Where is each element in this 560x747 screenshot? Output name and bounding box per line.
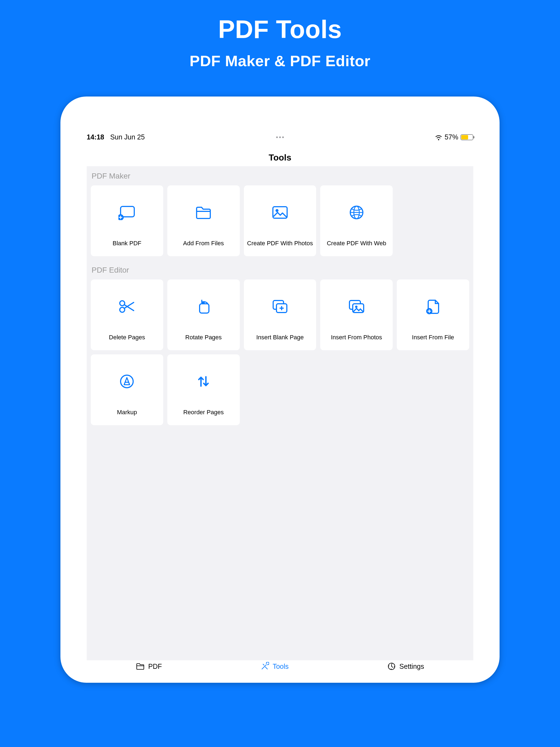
marketing-title: PDF Tools [218, 15, 342, 44]
reorder-icon [196, 354, 211, 409]
tab-bar: PDF Tools Settings [87, 666, 473, 683]
tile-create-with-web[interactable]: Create PDF With Web [320, 185, 393, 256]
tile-markup[interactable]: Markup [91, 354, 163, 425]
maker-grid: Blank PDF Add From Files [87, 185, 473, 260]
svg-point-17 [355, 306, 357, 308]
tile-label: Rotate Pages [185, 334, 222, 350]
tile-label: Add From Files [183, 239, 224, 256]
tile-blank-pdf[interactable]: Blank PDF [91, 185, 163, 256]
status-right: 57% [435, 133, 473, 141]
blank-pdf-icon [119, 185, 135, 239]
tools-icon [260, 662, 269, 671]
status-left: 14:18 Sun Jun 25 [87, 133, 145, 141]
device-frame: 14:18 Sun Jun 25 57% Tools PDF Maker [60, 97, 500, 683]
insert-photos-icon [348, 279, 365, 334]
tile-label: Insert Blank Page [256, 334, 304, 350]
folder-icon [196, 185, 211, 239]
tile-reorder-pages[interactable]: Reorder Pages [167, 354, 240, 425]
tab-label: Tools [273, 663, 288, 670]
status-date: Sun Jun 25 [110, 133, 145, 141]
tile-label: Create PDF With Photos [247, 239, 313, 256]
tab-pdf[interactable]: PDF [136, 662, 162, 671]
editor-grid: Delete Pages Rotate Pages [87, 279, 473, 429]
wifi-icon [435, 134, 442, 140]
svg-rect-12 [200, 304, 209, 313]
tile-add-from-files[interactable]: Add From Files [167, 185, 240, 256]
tab-label: Settings [400, 663, 424, 670]
multitask-dots-icon[interactable] [276, 136, 284, 138]
tile-label: Insert From File [412, 334, 454, 350]
tile-rotate-pages[interactable]: Rotate Pages [167, 279, 240, 350]
tile-label: Insert From Photos [331, 334, 382, 350]
rotate-icon [196, 279, 211, 334]
tile-label: Create PDF With Web [327, 239, 386, 256]
tile-label: Blank PDF [113, 239, 142, 256]
svg-point-4 [276, 209, 278, 212]
status-time: 14:18 [87, 133, 104, 141]
gear-icon [387, 662, 396, 671]
section-header-maker: PDF Maker [87, 166, 473, 185]
tab-settings[interactable]: Settings [387, 662, 424, 671]
photo-icon [272, 185, 288, 239]
tab-tools[interactable]: Tools [260, 662, 288, 671]
tile-insert-blank[interactable]: Insert Blank Page [244, 279, 316, 350]
insert-blank-icon [272, 279, 288, 334]
scissors-icon [119, 279, 135, 334]
battery-icon [460, 134, 473, 140]
insert-file-icon [426, 279, 440, 334]
markup-icon [120, 354, 134, 409]
tile-label: Reorder Pages [183, 409, 224, 425]
tile-insert-from-file[interactable]: Insert From File [397, 279, 469, 350]
svg-rect-3 [273, 207, 287, 218]
tile-label: Markup [117, 409, 137, 425]
tile-create-with-photos[interactable]: Create PDF With Photos [244, 185, 316, 256]
marketing-subtitle: PDF Maker & PDF Editor [189, 52, 370, 70]
tile-label: Delete Pages [109, 334, 145, 350]
tab-label: PDF [148, 663, 162, 670]
battery-percent: 57% [444, 133, 458, 141]
tools-scroll-area[interactable]: PDF Maker Blank PDF [87, 166, 473, 660]
folder-icon [136, 662, 145, 671]
section-header-editor: PDF Editor [87, 260, 473, 279]
navbar-title: Tools [60, 153, 500, 163]
status-bar: 14:18 Sun Jun 25 57% [60, 133, 500, 141]
tile-insert-from-photos[interactable]: Insert From Photos [320, 279, 393, 350]
tile-delete-pages[interactable]: Delete Pages [91, 279, 163, 350]
globe-icon [349, 185, 364, 239]
svg-point-19 [121, 375, 133, 388]
